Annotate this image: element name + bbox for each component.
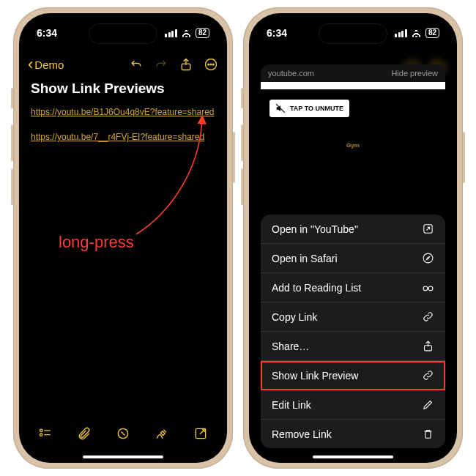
menu-remove-link[interactable]: Remove Link: [261, 420, 445, 448]
menu-label: Show Link Preview: [272, 370, 358, 382]
menu-share[interactable]: Share…: [261, 332, 445, 361]
phone-right: 6:34 82 youtube.com Hide preview TAP: [243, 7, 463, 469]
wifi-icon: [181, 29, 192, 37]
svg-point-13: [423, 253, 433, 263]
menu-label: Open in Safari: [272, 253, 338, 264]
link-1[interactable]: https://youtu.be/B1J6Ou4q8vE?feature=sha…: [31, 107, 215, 117]
menu-copy-link[interactable]: Copy Link: [261, 302, 445, 332]
back-button[interactable]: ‹ Demo: [28, 56, 64, 72]
share-icon[interactable]: [179, 57, 193, 72]
svg-point-4: [213, 64, 215, 65]
menu-show-link-preview[interactable]: Show Link Preview: [261, 361, 445, 390]
svg-point-3: [210, 64, 212, 65]
dynamic-island: [89, 23, 157, 44]
preview-video-title: Gym: [346, 142, 360, 149]
preview-url-bar: [261, 82, 445, 89]
preview-video-area[interactable]: TAP TO UNMUTE Gym: [261, 89, 445, 236]
undo-icon[interactable]: [129, 57, 144, 72]
status-time: 6:34: [37, 27, 57, 39]
svg-point-7: [40, 434, 42, 436]
tap-to-unmute-button[interactable]: TAP TO UNMUTE: [269, 100, 349, 117]
preview-domain: youtube.com: [268, 69, 314, 78]
hide-preview-button[interactable]: Hide preview: [391, 69, 438, 78]
status-time: 6:34: [267, 27, 287, 39]
page-title: Show Link Previews: [31, 81, 215, 97]
compose-icon[interactable]: [193, 426, 208, 441]
pencil-icon: [422, 398, 434, 411]
annotation-label: long-press: [59, 233, 134, 252]
menu-label: Edit Link: [272, 399, 311, 411]
link-icon: [422, 310, 434, 323]
more-icon[interactable]: [204, 57, 218, 72]
screen-right: 6:34 82 youtube.com Hide preview TAP: [249, 13, 457, 463]
home-indicator[interactable]: [313, 455, 393, 458]
menu-edit-link[interactable]: Edit Link: [261, 390, 445, 420]
svg-point-14: [423, 286, 428, 291]
nav-bar: ‹ Demo: [19, 51, 227, 78]
menu-add-reading-list[interactable]: Add to Reading List: [261, 273, 445, 302]
bottom-toolbar: [19, 416, 227, 451]
mute-icon: [275, 103, 286, 114]
screen-left: 6:34 82 ‹ Demo: [19, 13, 227, 463]
markup-icon[interactable]: [116, 426, 130, 441]
handwriting-icon[interactable]: [155, 426, 169, 441]
svg-point-2: [208, 64, 209, 65]
unmute-label: TAP TO UNMUTE: [290, 105, 343, 112]
menu-label: Remove Link: [272, 428, 332, 440]
menu-label: Open in "YouTube": [272, 223, 358, 235]
cellular-icon: [395, 29, 407, 37]
menu-label: Share…: [272, 341, 309, 352]
compass-icon: [422, 252, 434, 264]
dynamic-island: [319, 23, 387, 44]
link-icon: [422, 369, 434, 382]
menu-open-in-youtube[interactable]: Open in "YouTube": [261, 215, 445, 244]
attachment-icon[interactable]: [77, 426, 92, 441]
battery-indicator: 82: [196, 28, 209, 38]
menu-label: Copy Link: [272, 311, 317, 323]
back-label: Demo: [34, 59, 64, 71]
link-2[interactable]: https://youtu.be/7__r4FVj-EI?feature=sha…: [31, 132, 215, 142]
trash-icon: [422, 428, 434, 440]
phone-left: 6:34 82 ‹ Demo: [13, 7, 233, 469]
svg-point-15: [428, 286, 433, 291]
svg-point-5: [40, 429, 42, 431]
battery-indicator: 82: [425, 28, 439, 38]
chevron-left-icon: ‹: [28, 56, 33, 72]
context-menu: Open in "YouTube" Open in Safari Add to …: [261, 215, 445, 448]
menu-label: Add to Reading List: [272, 282, 361, 294]
open-external-icon: [422, 223, 434, 235]
svg-rect-17: [425, 431, 431, 438]
cellular-icon: [165, 29, 177, 37]
checklist-icon[interactable]: [38, 426, 53, 441]
wifi-icon: [411, 29, 422, 37]
menu-open-in-safari[interactable]: Open in Safari: [261, 244, 445, 273]
redo-icon: [154, 57, 168, 72]
home-indicator[interactable]: [83, 455, 163, 458]
glasses-icon: [422, 281, 434, 294]
share-icon: [422, 340, 434, 352]
